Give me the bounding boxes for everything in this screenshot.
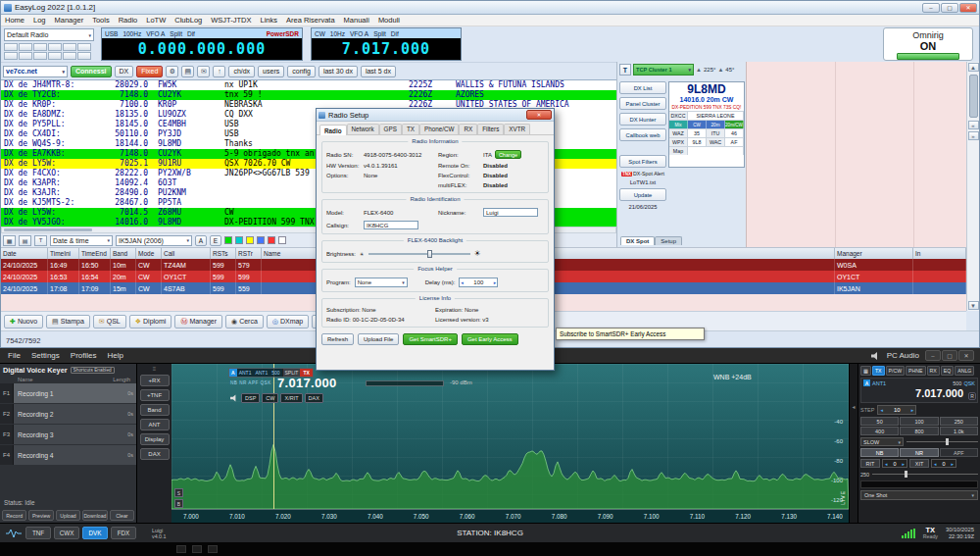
dvk-recording-row[interactable]: F4 Recording 4 0s [0, 445, 136, 465]
column-header[interactable]: Mode [136, 248, 162, 259]
slider-handle[interactable] [905, 471, 907, 478]
taskbar[interactable] [0, 542, 980, 556]
dialog-tab[interactable]: GPS [379, 124, 402, 134]
panadapter-tool-button[interactable]: Band [140, 404, 170, 416]
log-action-button[interactable]: ▤ Stampa [46, 315, 90, 329]
update-button[interactable]: Update [619, 188, 666, 201]
vfo-mode[interactable]: CW [315, 30, 325, 37]
step-down-icon[interactable]: ◂ [880, 407, 883, 413]
slice-menu-button[interactable]: X/RIT [280, 393, 302, 403]
dvk-fkey[interactable]: F1 [0, 383, 14, 403]
record-button[interactable]: R [968, 392, 976, 400]
menu-item[interactable]: Manuali [344, 16, 369, 25]
tune-step-stepper[interactable]: ◂ 10 ▸ [877, 405, 916, 415]
column-header[interactable]: TimeEnd [79, 248, 111, 259]
radio-profile-select[interactable]: Default Radio▾ [4, 28, 94, 41]
vfo-label[interactable]: VFO A [146, 30, 165, 37]
slice-menu-button[interactable]: CW [262, 393, 278, 403]
dvk-action-button[interactable]: Upload [56, 510, 80, 521]
dvk-action-button[interactable]: Clear [110, 510, 134, 521]
filter-width-button[interactable]: 800 [900, 427, 938, 435]
column-header[interactable]: Manager [835, 248, 913, 259]
rit-down-icon[interactable]: ◂ [885, 461, 888, 467]
page-prev-icon[interactable]: « [968, 121, 979, 129]
log-action-button[interactable]: ✉ QSL [93, 315, 126, 329]
menu-item[interactable]: LoTW [146, 16, 166, 25]
menu-item[interactable]: Home [5, 16, 24, 25]
slider-handle[interactable] [946, 438, 949, 445]
mail-icon[interactable]: ✉ [197, 66, 210, 77]
panel-cluster-button[interactable]: Panel Cluster [619, 97, 666, 110]
column-header[interactable]: Band [111, 248, 136, 259]
scroll-down-icon[interactable]: ▼ [968, 301, 979, 310]
menu-item[interactable]: File [8, 351, 21, 360]
preset-button[interactable] [48, 52, 62, 60]
slice-frequency[interactable]: 7.017.000 [277, 376, 337, 390]
column-header[interactable]: In [913, 248, 966, 259]
panadapter-tool-button[interactable]: Display [140, 433, 170, 445]
vfo-label[interactable]: VFO A [350, 30, 368, 37]
dx-spot-row[interactable]: DX de TY2CB: 7148.0 CU2YK tnx 59 ! 2226Z… [1, 90, 616, 100]
xit-stepper[interactable]: ◂0▸ [931, 459, 956, 468]
menu-item[interactable]: Settings [31, 351, 60, 360]
map-link[interactable]: Map [669, 147, 688, 155]
dvk-recording-row[interactable]: F3 Recording 3 0s [0, 425, 136, 444]
dialog-tab[interactable]: Radio [319, 125, 347, 135]
dvk-fkey[interactable]: F3 [0, 425, 14, 444]
preset-button[interactable] [19, 43, 32, 51]
dialog-tab[interactable]: TX [402, 124, 419, 134]
tcp-cluster-select[interactable]: TCP Cluster 1▾ [633, 64, 694, 76]
slice-filter-width[interactable]: 500 [953, 380, 961, 386]
nickname-input[interactable]: Luigi [483, 208, 538, 217]
dialog-action-button[interactable]: Get Early Access [462, 333, 518, 345]
column-header[interactable]: Call [162, 248, 211, 259]
scrollbar-thumb[interactable] [4, 228, 92, 231]
panadapter-tool-button[interactable]: ANT [140, 419, 170, 430]
log-vertical-scrollbar[interactable]: ▲ « » ▼ [966, 62, 979, 311]
band-button[interactable]: B [174, 499, 183, 508]
dx-spot-alert[interactable]: TNX DX-Spot Alert [619, 171, 666, 177]
printer-icon[interactable]: ▤ [181, 66, 194, 77]
cluster-command-button[interactable]: last 30 dx [318, 66, 358, 77]
grid-icon[interactable]: ▦ [3, 235, 16, 246]
easylog-titlebar[interactable]: EasyLog 2022 [1.0.1.2] –▢✕ [1, 1, 979, 15]
menu-item[interactable]: Help [107, 351, 122, 360]
operator-select[interactable]: IK5JAN (2006)▾ [116, 235, 192, 246]
brightness-slider[interactable] [368, 250, 470, 258]
cluster-command-button[interactable]: users [258, 66, 284, 77]
slice-frequency[interactable]: 7.017.000 [863, 387, 975, 399]
program-select[interactable]: None▾ [355, 278, 408, 287]
dialog-tab[interactable]: XVTR [504, 124, 530, 134]
preset-button[interactable] [4, 43, 18, 51]
dvk-fkey[interactable]: F4 [0, 445, 14, 465]
dialog-action-button[interactable]: Get SmartSDR+ [403, 333, 458, 345]
panadapter-tool-button[interactable]: +RX [140, 375, 170, 386]
window-control-button[interactable]: ▢ [942, 350, 957, 361]
slice-rx-antenna[interactable]: ANT1 [237, 369, 254, 377]
filter-width-button[interactable]: 100 [900, 417, 938, 426]
dialog-tab[interactable]: Network [347, 124, 379, 134]
dialog-action-button[interactable]: Upload File [358, 333, 399, 345]
preset-button[interactable] [19, 52, 32, 60]
delay-down-icon[interactable]: ◂ [461, 279, 464, 285]
one-shot-select[interactable]: One Shot▾ [860, 490, 978, 500]
dsp-toggle-button[interactable]: NR [900, 448, 938, 457]
control-panel-tab[interactable]: EQ [941, 366, 955, 376]
cluster-command-button[interactable]: config [287, 66, 316, 77]
dsp-toggle-button[interactable]: APF [940, 448, 978, 457]
scrollbar-thumb[interactable] [969, 75, 978, 118]
vfo-mode[interactable]: USB [105, 30, 118, 37]
bottom-tool-button[interactable]: CWX [54, 527, 79, 539]
window-control-button[interactable]: ▢ [941, 3, 958, 13]
column-header[interactable]: RSTs [211, 248, 236, 259]
filter-width-button[interactable]: 400 [860, 427, 899, 435]
menu-item[interactable]: Area Riservata [286, 16, 335, 25]
qsk-label[interactable]: QSK [963, 380, 975, 386]
rit-button[interactable]: RIT [860, 459, 880, 468]
callbook-web-button[interactable]: Callbook web [619, 128, 666, 141]
filter-e-button[interactable]: E [210, 235, 221, 246]
dvk-action-button[interactable]: Download [82, 510, 107, 521]
cw-pitch-slider[interactable] [872, 470, 978, 479]
column-header[interactable]: RSTr [236, 248, 262, 259]
taskbar-item[interactable] [176, 545, 186, 553]
